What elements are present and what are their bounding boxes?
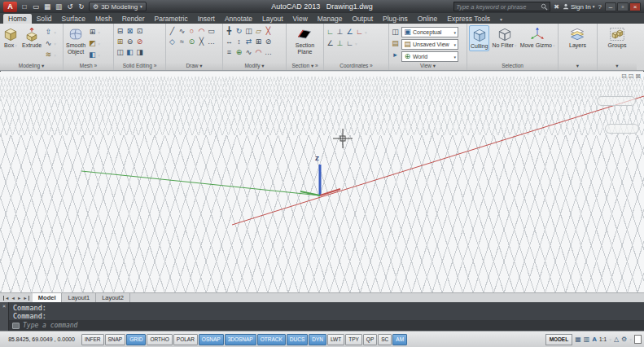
scale-icon[interactable]: ↕ <box>234 37 243 47</box>
polyline-icon[interactable]: ∿ <box>177 27 186 37</box>
coordinate-readout[interactable]: 85.8425, 69.0049 , 0.0000 <box>2 336 81 342</box>
named-view-dropdown[interactable]: ▤ Unsaved View ▾ <box>401 39 458 50</box>
drawing-restore-icon[interactable]: ⊡ <box>629 72 634 80</box>
visual-style-dropdown[interactable]: ▣ Conceptual ▾ <box>401 27 458 37</box>
line-icon[interactable]: ╱ <box>168 27 177 37</box>
workspace-gear-icon[interactable]: ⚙ <box>621 336 627 343</box>
tab-solid[interactable]: Solid <box>32 14 57 24</box>
taper-face-icon[interactable]: ◧ <box>125 48 134 58</box>
close-button[interactable]: × <box>629 2 641 11</box>
erase-icon[interactable]: ╳ <box>264 27 273 37</box>
drawing-area[interactable]: Z ⊟ ⊡ ⊠ <box>0 72 644 292</box>
ucs-origin-icon[interactable]: ∟ <box>355 28 364 37</box>
tab-manage[interactable]: Manage <box>313 14 348 24</box>
modify-more-icon[interactable]: … <box>264 48 273 58</box>
layout-tab-model[interactable]: Model <box>33 293 63 302</box>
layers-button[interactable]: Layers <box>568 25 587 50</box>
groups-button[interactable]: Groups <box>607 25 628 50</box>
loft-icon[interactable]: ≋ <box>44 51 53 60</box>
toggle-ducs[interactable]: DUCS <box>287 334 308 345</box>
ucs-3point-icon[interactable]: ⊥ <box>335 39 344 49</box>
toggle-am[interactable]: AM <box>392 334 407 345</box>
save-icon[interactable]: ▦ <box>42 2 52 11</box>
drawing-close-icon[interactable]: ⊠ <box>635 72 641 80</box>
command-window[interactable]: × Command: Command: Type a command <box>0 302 644 331</box>
ucs-dropdown[interactable]: ⊕ World ▾ <box>401 51 458 62</box>
toggle-snap[interactable]: SNAP <box>105 334 126 345</box>
redo-icon[interactable]: ↻ <box>77 2 86 11</box>
smooth-object-button[interactable]: Smooth Object <box>65 25 86 56</box>
navbar-ghost-control[interactable] <box>605 124 639 134</box>
undo-icon[interactable]: ↺ <box>65 2 75 11</box>
open-icon[interactable]: ▭ <box>31 2 41 11</box>
move-gizmo-button[interactable]: Move Gizmo▾ <box>519 25 556 50</box>
mesh-refine-icon[interactable]: ⊞ <box>88 28 97 37</box>
sign-in-button[interactable]: Sign In ▾ <box>563 3 595 11</box>
panel-title-groups[interactable]: ▾ <box>598 62 637 70</box>
tab-output[interactable]: Output <box>348 14 379 24</box>
tab-render[interactable]: Render <box>117 14 150 24</box>
slice-icon[interactable]: ⊞ <box>116 37 125 47</box>
command-close-icon[interactable]: × <box>2 303 6 310</box>
tab-layout[interactable]: Layout <box>257 14 288 24</box>
previous-tab-icon[interactable]: ◄ <box>11 296 15 301</box>
mesh-extrude-face-icon[interactable]: ◧ <box>88 51 97 60</box>
presspull-icon[interactable]: ⇧ <box>44 28 53 37</box>
plot-icon[interactable]: ▥ <box>54 2 64 11</box>
trim-icon[interactable]: ⊘ <box>264 37 273 47</box>
toggle-polar[interactable]: POLAR <box>173 334 198 345</box>
panel-title-modeling[interactable]: Modeling ▾ <box>0 62 63 70</box>
minimize-button[interactable]: – <box>605 2 616 11</box>
panel-title-modify[interactable]: Modify ▾ <box>223 62 286 70</box>
panel-title-mesh[interactable]: Mesh » <box>64 62 113 70</box>
tab-plug-ins[interactable]: Plug-ins <box>378 14 413 24</box>
mirror-icon[interactable]: ▱ <box>254 27 263 37</box>
array-icon[interactable]: ⊞ <box>254 37 263 47</box>
viewcube-ghost-control[interactable] <box>597 96 636 106</box>
clean-screen-button[interactable] <box>634 335 642 344</box>
toggle-otrack[interactable]: OTRACK <box>257 334 286 345</box>
no-filter-button[interactable]: No Filter▾ <box>491 25 517 50</box>
caret-down-icon[interactable]: ▾ <box>609 337 611 342</box>
ellipse-icon[interactable]: ⊙ <box>187 37 196 47</box>
panel-title-selection[interactable]: Selection <box>467 62 558 70</box>
drawing-minimize-icon[interactable]: ⊟ <box>621 72 627 80</box>
quick-view-drawings-icon[interactable]: ▥ <box>584 336 590 343</box>
tab-surface[interactable]: Surface <box>57 14 90 24</box>
rectangle-icon[interactable]: ▭ <box>207 27 216 37</box>
polygon-icon[interactable]: ◇ <box>168 37 177 47</box>
interfere-icon[interactable]: ⊖ <box>125 37 134 47</box>
tab-online[interactable]: Online <box>413 14 443 24</box>
stretch-icon[interactable]: ↔ <box>225 37 234 47</box>
offset-icon[interactable]: ⇄ <box>244 37 253 47</box>
toggle-infer[interactable]: INFER <box>81 334 104 345</box>
quick-view-layouts-icon[interactable]: ▦ <box>575 336 581 343</box>
last-tab-icon[interactable]: ► <box>23 296 28 301</box>
sweep-icon[interactable]: ∿ <box>44 39 53 49</box>
section-plane-button[interactable]: Section Plane <box>295 25 315 56</box>
join-icon[interactable]: ∿ <box>244 48 253 58</box>
rotate-icon[interactable]: ↻ <box>234 27 243 37</box>
layout-tab-layout2[interactable]: Layout2 <box>96 293 130 302</box>
tab-insert[interactable]: Insert <box>193 14 220 24</box>
first-tab-icon[interactable]: ◄ <box>3 296 9 301</box>
panel-title-section[interactable]: Section ▾ » <box>287 62 323 70</box>
help-icon[interactable]: ? <box>598 3 602 11</box>
fillet-edge-icon[interactable]: ◫ <box>116 48 125 58</box>
tab-express-tools[interactable]: Express Tools <box>442 14 495 24</box>
explode-icon[interactable]: ⊕ <box>234 48 243 58</box>
panel-title-draw[interactable]: Draw ▾ <box>166 62 222 70</box>
toggle-dyn[interactable]: DYN <box>309 334 326 345</box>
shell-icon[interactable]: ◨ <box>135 48 144 58</box>
culling-button[interactable]: Culling <box>469 25 489 51</box>
ribbon-options-caret-icon[interactable]: ▾ <box>500 16 502 24</box>
spline-icon[interactable]: ≈ <box>177 37 186 47</box>
arc-icon[interactable]: ◠ <box>197 27 206 37</box>
imprint-icon[interactable]: ⊘ <box>135 37 144 47</box>
toggle-3dosnap[interactable]: 3DOSNAP <box>225 334 256 345</box>
extrude-button[interactable]: Extrude <box>21 25 42 50</box>
ucs-icon[interactable]: ∟ <box>326 28 335 37</box>
layout-tab-layout1[interactable]: Layout1 <box>62 293 96 302</box>
ucs-named-icon[interactable]: ∟ <box>345 39 354 49</box>
box-button[interactable]: Box▾ <box>2 25 20 50</box>
